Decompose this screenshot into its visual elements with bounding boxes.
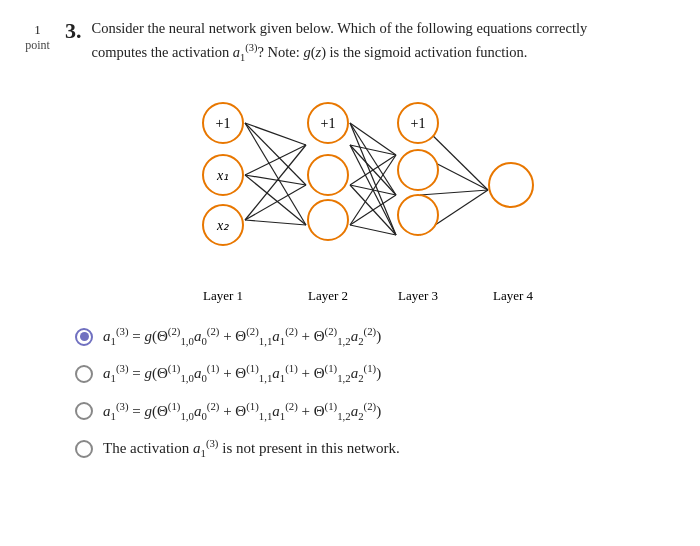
option-a-row[interactable]: a1(3) = g(Θ(2)1,0a0(2) + Θ(2)1,1a1(2) + … xyxy=(75,323,680,350)
option-c-row[interactable]: a1(3) = g(Θ(1)1,0a0(2) + Θ(1)1,1a1(2) + … xyxy=(75,398,680,425)
option-d-row[interactable]: The activation a1(3) is not present in t… xyxy=(75,435,680,462)
nn-svg: Layer 1 Layer 2 Layer 3 Layer 4 xyxy=(163,85,583,305)
layer3-label: Layer 3 xyxy=(397,288,437,303)
option-a-radio-fill xyxy=(80,332,89,341)
option-a-text: a1(3) = g(Θ(2)1,0a0(2) + Θ(2)1,1a1(2) + … xyxy=(103,323,381,350)
svg-line-8 xyxy=(245,220,306,225)
layer1-label: Layer 1 xyxy=(202,288,242,303)
svg-text:+1: +1 xyxy=(410,116,425,131)
layer4-label: Layer 4 xyxy=(492,288,533,303)
options-list: a1(3) = g(Θ(2)1,0a0(2) + Θ(2)1,1a1(2) + … xyxy=(75,323,680,462)
layer2-label: Layer 2 xyxy=(307,288,347,303)
svg-line-11 xyxy=(350,123,396,235)
svg-text:+1: +1 xyxy=(215,116,230,131)
l3-node1 xyxy=(398,150,438,190)
svg-text:x₂: x₂ xyxy=(215,218,228,233)
point-section: 1 point xyxy=(10,18,65,462)
svg-text:+1: +1 xyxy=(320,116,335,131)
svg-line-23 xyxy=(420,190,488,195)
option-c-radio[interactable] xyxy=(75,402,93,420)
question-text: Consider the neural network given below.… xyxy=(92,18,588,65)
l2-node1 xyxy=(308,155,348,195)
svg-text:x₁: x₁ xyxy=(215,168,228,183)
main-content: 3. Consider the neural network given bel… xyxy=(65,18,680,462)
l4-node xyxy=(489,163,533,207)
question-line2: computes the activation a1(3)? Note: g(z… xyxy=(92,44,528,60)
svg-line-0 xyxy=(245,123,306,145)
l3-node2 xyxy=(398,195,438,235)
point-number: 1 xyxy=(34,22,41,38)
neural-network-diagram: Layer 1 Layer 2 Layer 3 Layer 4 xyxy=(65,85,680,305)
svg-line-3 xyxy=(245,145,306,175)
option-d-text: The activation a1(3) is not present in t… xyxy=(103,435,400,462)
option-b-row[interactable]: a1(3) = g(Θ(1)1,0a0(1) + Θ(1)1,1a1(1) + … xyxy=(75,360,680,387)
option-b-radio[interactable] xyxy=(75,365,93,383)
svg-line-7 xyxy=(245,185,306,220)
svg-line-18 xyxy=(350,155,396,225)
question-line1: Consider the neural network given below.… xyxy=(92,20,588,36)
option-d-radio[interactable] xyxy=(75,440,93,458)
svg-line-20 xyxy=(350,225,396,235)
option-a-radio[interactable] xyxy=(75,328,93,346)
svg-line-1 xyxy=(245,123,306,185)
question-header: 3. Consider the neural network given bel… xyxy=(65,18,680,65)
point-label: point xyxy=(25,38,50,53)
option-b-text: a1(3) = g(Θ(1)1,0a0(1) + Θ(1)1,1a1(1) + … xyxy=(103,360,381,387)
option-c-text: a1(3) = g(Θ(1)1,0a0(2) + Θ(1)1,1a1(2) + … xyxy=(103,398,381,425)
l2-node2 xyxy=(308,200,348,240)
question-number: 3. xyxy=(65,18,82,44)
